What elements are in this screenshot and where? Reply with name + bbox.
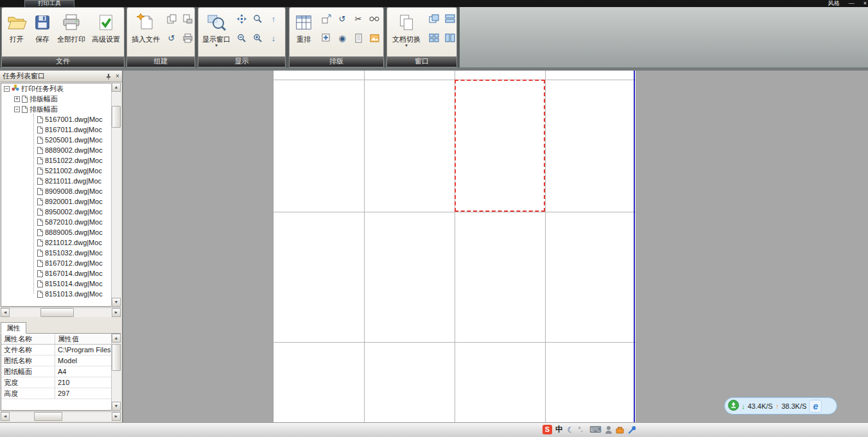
tree-file-item[interactable]: 5167001.dwg|Moc xyxy=(1,114,120,124)
close-button[interactable]: × xyxy=(864,1,867,6)
scroll-up-button[interactable]: ▲ xyxy=(112,83,121,92)
tree-file-item[interactable]: 8889005.dwg|Moc xyxy=(1,227,120,237)
wrench-icon[interactable] xyxy=(627,425,636,435)
insert-file-button[interactable]: 插入文件 xyxy=(128,10,163,56)
net-speed-widget[interactable]: ↓ 43.4K/S ↑ 38.3K/S e xyxy=(724,397,837,415)
tree-file-item[interactable]: 8909008.dwg|Moc xyxy=(1,186,120,196)
scroll-down-button[interactable]: ▼ xyxy=(112,402,121,411)
preview-glasses-icon[interactable] xyxy=(367,12,381,26)
document-icon[interactable] xyxy=(351,31,365,45)
tree-file-item[interactable]: 8167011.dwg|Moc xyxy=(1,124,120,135)
tree-file-item[interactable]: 8211011.dwg|Moc xyxy=(1,176,120,186)
panel-close-icon[interactable]: × xyxy=(113,72,122,81)
open-button[interactable]: 打开 xyxy=(4,10,29,56)
image-icon[interactable] xyxy=(367,31,381,45)
tile-vertical-icon[interactable] xyxy=(443,31,457,45)
tree-group-item-2[interactable]: − 排版幅面 xyxy=(1,104,120,114)
pan-icon[interactable] xyxy=(234,12,248,26)
ie-browser-icon[interactable]: e xyxy=(809,400,822,413)
tree-file-item[interactable]: 5205001.dwg|Moc xyxy=(1,135,120,145)
rotate-icon[interactable]: ↺ xyxy=(164,31,178,45)
user-icon[interactable] xyxy=(604,425,613,435)
tree-vscroll-thumb[interactable] xyxy=(112,106,121,128)
props-hscroll-thumb[interactable] xyxy=(34,412,62,421)
tree-file-item[interactable]: 8167014.dwg|Moc xyxy=(1,268,120,278)
tree-file-item[interactable]: 8950002.dwg|Moc xyxy=(1,207,120,217)
ime-mode-button[interactable]: 中 xyxy=(555,425,564,435)
scroll-up-button[interactable]: ▲ xyxy=(112,334,121,343)
tree-file-item[interactable]: 5872010.dwg|Moc xyxy=(1,217,120,227)
property-row[interactable]: 高度 297 xyxy=(1,388,120,399)
copy-pages-icon[interactable] xyxy=(164,12,178,26)
file-icon xyxy=(37,209,43,216)
tree-file-item[interactable]: 8211012.dwg|Moc xyxy=(1,237,120,248)
print-small-icon[interactable] xyxy=(180,31,195,45)
measure-icon[interactable] xyxy=(319,12,333,26)
zoom-out-icon[interactable] xyxy=(234,31,248,45)
collapse-box-icon[interactable]: − xyxy=(4,86,10,92)
grid-line xyxy=(545,71,546,422)
rotate-ccw-icon[interactable]: ↺ xyxy=(335,12,349,26)
selected-cell-marquee[interactable] xyxy=(455,80,545,212)
doc-switch-button[interactable]: 文档切换 ▼ xyxy=(388,10,424,56)
speedup-ball-icon[interactable] xyxy=(728,400,739,412)
tree-hscroll-thumb[interactable] xyxy=(40,308,74,317)
tab-properties[interactable]: 属性 xyxy=(1,322,26,334)
minimize-button[interactable]: — xyxy=(849,1,855,6)
display-window-button[interactable]: 显示窗口 ▼ xyxy=(200,10,233,56)
tree-file-item[interactable]: 8151014.dwg|Moc xyxy=(1,278,120,289)
keyboard-icon[interactable]: ⌨ xyxy=(589,425,602,435)
collapse-box-icon[interactable]: − xyxy=(14,107,20,112)
punctuation-mode-icon[interactable]: °、 xyxy=(578,425,587,435)
zoom-window-icon[interactable] xyxy=(250,12,265,26)
print-all-button[interactable]: 全部打印 xyxy=(55,10,88,56)
scroll-down-button[interactable]: ▼ xyxy=(112,298,121,307)
move-up-icon[interactable]: ↑ xyxy=(266,12,281,26)
expand-box-icon[interactable]: + xyxy=(14,96,20,102)
tree-root-item[interactable]: − 打印任务列表 xyxy=(1,83,120,94)
rearrange-button[interactable]: 重排 xyxy=(291,10,317,56)
advanced-settings-button[interactable]: 高级设置 xyxy=(89,10,123,56)
scroll-left-button[interactable]: ◄ xyxy=(1,308,10,317)
props-vscroll-thumb[interactable] xyxy=(112,344,121,371)
tree-file-item[interactable]: 8167012.dwg|Moc xyxy=(1,258,120,268)
page-print-icon[interactable] xyxy=(180,12,195,26)
window-add-icon[interactable] xyxy=(319,31,333,45)
tree-horizontal-scrollbar[interactable]: ◄ ► xyxy=(1,307,121,317)
style-menu-button[interactable]: 风格 xyxy=(828,1,840,6)
pin-icon[interactable] xyxy=(104,72,113,81)
tree-file-item[interactable]: 8889002.dwg|Moc xyxy=(1,145,120,155)
toolbox-icon[interactable] xyxy=(616,425,625,435)
tile-grid-icon[interactable] xyxy=(427,31,441,45)
tree-vertical-scrollbar[interactable]: ▲ ▼ xyxy=(111,83,121,307)
scroll-right-button[interactable]: ► xyxy=(112,412,121,421)
moon-icon[interactable]: ☾ xyxy=(566,425,575,435)
tree-file-item[interactable]: 8151022.dwg|Moc xyxy=(1,155,120,166)
save-button[interactable]: 保存 xyxy=(31,10,53,56)
scroll-left-button[interactable]: ◄ xyxy=(1,412,10,421)
doc-switch-caret-icon[interactable]: ▼ xyxy=(404,44,408,48)
property-row[interactable]: 图纸名称 Model xyxy=(1,356,120,366)
zoom-in-icon[interactable] xyxy=(250,31,265,45)
property-row[interactable]: 宽度 210 xyxy=(1,377,120,388)
tab-print-tool[interactable]: 打印工具 xyxy=(24,0,74,7)
layout-canvas[interactable] xyxy=(123,71,868,422)
tile-horizontal-icon[interactable] xyxy=(443,12,457,26)
tree-file-item[interactable]: 8151032.dwg|Moc xyxy=(1,248,120,258)
cascade-windows-icon[interactable] xyxy=(427,12,441,26)
tree-file-item[interactable]: 8920001.dwg|Moc xyxy=(1,196,120,207)
cut-icon[interactable]: ✂ xyxy=(351,12,365,26)
scroll-right-button[interactable]: ► xyxy=(112,308,121,317)
property-row[interactable]: 图纸幅面 A4 xyxy=(1,366,120,377)
properties-horizontal-scrollbar[interactable]: ◄ ► xyxy=(1,411,121,421)
move-down-icon[interactable]: ↓ xyxy=(266,31,281,45)
sogou-logo-icon[interactable]: S xyxy=(542,425,552,434)
properties-vertical-scrollbar[interactable]: ▲ ▼ xyxy=(111,334,121,411)
property-row[interactable]: 文件名称 C:\Program Files xyxy=(1,345,120,356)
display-window-caret-icon[interactable]: ▼ xyxy=(214,44,218,48)
tree-group-item-1[interactable]: + 排版幅面 xyxy=(1,94,120,104)
tree-file-item[interactable]: 8151013.dwg|Moc xyxy=(1,289,120,299)
refresh-view-icon[interactable]: ◉ xyxy=(335,31,349,45)
paper-sheet[interactable] xyxy=(273,71,636,422)
tree-file-item[interactable]: 5211002.dwg|Moc xyxy=(1,166,120,176)
